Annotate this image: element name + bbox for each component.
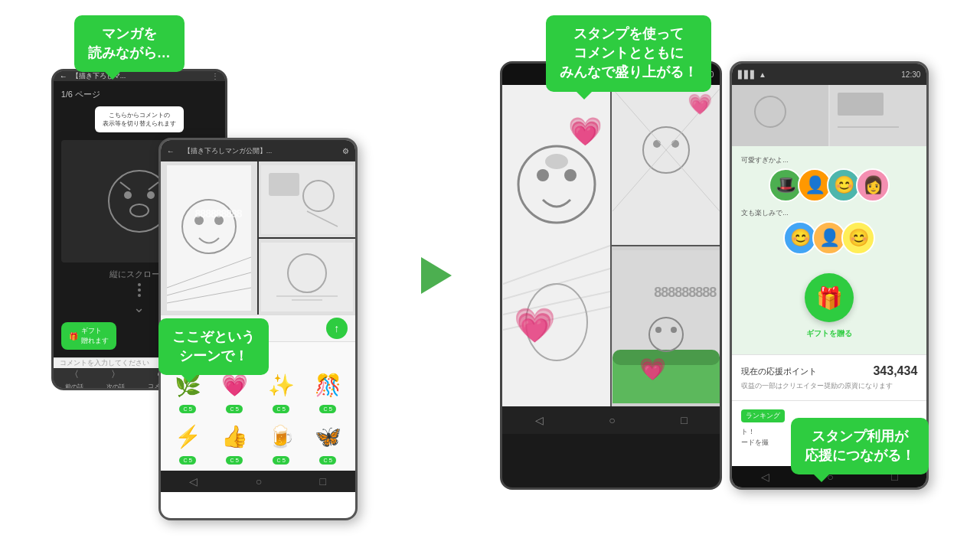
svg-rect-14: [269, 173, 299, 196]
stamp-beer-img: 🍺: [263, 418, 299, 455]
stamp-price-1: C5: [179, 405, 196, 413]
gift-big-label: ギフトを贈る: [806, 328, 852, 339]
send-icon: ↑: [334, 322, 339, 334]
stamp-price-5: C5: [179, 456, 196, 465]
points-note: 収益の一部はクリエイター奨励の原資になります: [741, 381, 917, 391]
comment-tooltip: こちらからコメントの 表示等を切り替えられます: [95, 106, 184, 132]
manga-panel-bottom-right-2: 💗 888888888: [612, 246, 720, 406]
back-arrow-icon: ←: [60, 72, 67, 80]
stamp-item-6[interactable]: 👍 C5: [214, 418, 256, 465]
rf-status: ▋▋▋ ▲: [738, 70, 766, 79]
front-sys-home: ○: [256, 475, 262, 487]
svg-point-1: [124, 191, 132, 199]
callout-bottom-right-text: スタンプ利用が 応援につながる！: [805, 429, 915, 463]
callout-top-right-text: スタンプを使って コメントとともに みんなで盛り上がる！: [560, 26, 697, 80]
support-avatars: 🎩 👤 😊 👩: [769, 168, 890, 202]
ranking-badge: ランキング: [741, 409, 785, 422]
nav-next[interactable]: 〉 次の話: [106, 368, 125, 390]
nav-prev[interactable]: 〈 前の話: [65, 368, 83, 390]
gift-big-button[interactable]: 🎁: [805, 273, 854, 322]
callout-top-left: マンガを 読みながら…: [74, 15, 185, 72]
stamp-item-8[interactable]: 🦋 C5: [307, 418, 349, 465]
support-points-row: 現在の応援ポイント 343,434: [741, 364, 917, 378]
stamp-price-7: C5: [273, 456, 289, 465]
rback-back-icon: ◁: [535, 414, 544, 426]
main-container: マンガを 読みながら… ← 【描き下ろしマ... ⋮ 1/6 ページ こちらから…: [0, 0, 980, 551]
nav-next-label: 次の話: [106, 383, 125, 390]
pixel-heart-stamp: 💗: [514, 305, 556, 345]
support-points-section: 現在の応援ポイント 343,434 収益の一部はクリエイター奨励の原資になります: [732, 354, 926, 400]
manga-panel-bottom-right: [259, 239, 355, 315]
left-section: マンガを 読みながら… ← 【描き下ろしマ... ⋮ 1/6 ページ こちらから…: [51, 15, 373, 536]
stamp-lightning-img: ⚡: [169, 418, 206, 455]
stamp-price-3: C5: [273, 405, 289, 413]
points-value: 343,434: [873, 364, 917, 378]
stamp-price-4: C5: [319, 405, 336, 413]
coin-c: C: [183, 406, 187, 412]
phone-front-manga: 888888888: [161, 161, 355, 315]
svg-rect-49: [838, 93, 884, 116]
svg-point-34: [671, 140, 679, 148]
manga-panel-large: 888888888: [161, 161, 257, 315]
svg-rect-6: [167, 165, 251, 311]
manga-panel-tr-svg: [261, 165, 353, 234]
gift-label: ギフト 贈れます: [81, 326, 109, 346]
nav-prev-label: 前の話: [65, 383, 83, 390]
phone-right-nav: ◁ ○ □: [502, 406, 720, 434]
scroll-dot-1: [138, 283, 141, 286]
send-button[interactable]: ↑: [326, 318, 348, 339]
stamp-item-3[interactable]: ✨ C5: [260, 367, 302, 413]
heart-stamp-1: 💗: [568, 116, 603, 148]
points-label: 現在の応援ポイント: [741, 366, 817, 377]
stamp-item-5[interactable]: ⚡ C5: [167, 418, 209, 465]
support-section: 可愛すぎかよ... 🎩 👤 😊 👩 文も楽しみで...: [732, 146, 926, 354]
svg-text:💗: 💗: [639, 357, 666, 382]
manga-full-display: 💗 💗: [502, 85, 720, 406]
nav-prev-icon: 〈: [70, 368, 79, 381]
rf-manga-panel-right: [830, 85, 926, 146]
rf-sys-back: ◁: [761, 471, 769, 483]
arrow-section: [413, 257, 459, 294]
avatar-4: 👩: [856, 168, 890, 202]
arrow-right-icon: [421, 257, 452, 294]
stamp-price-2: C5: [226, 405, 243, 413]
scroll-dot-2: [138, 289, 141, 292]
phone-rf-manga-top: [732, 85, 926, 146]
rback-home-icon: ○: [609, 414, 615, 426]
front-sys-back: ◁: [189, 475, 198, 487]
callout-middle-left: ここぞという シーンで！: [158, 318, 269, 375]
support-label-1: 可愛すぎかよ...: [741, 155, 789, 165]
phone-front-topbar: ← 【描き下ろしマンガ公開】... ⚙: [161, 140, 355, 161]
heart-stamp-2: 💗: [688, 93, 712, 116]
manga-panel-grid: 888888888: [161, 161, 355, 315]
front-back-arrow: ←: [167, 147, 175, 155]
avatar-group-4: 👩: [861, 168, 890, 202]
stamp-item-4[interactable]: 🎊 C5: [307, 367, 349, 413]
comment-placeholder-back: コメントを入力してください: [60, 358, 149, 368]
scroll-arrow-icon: ⌄: [133, 299, 145, 316]
manga-panel-top-right-2: 💗: [612, 85, 720, 245]
rback-recents-icon: □: [681, 414, 687, 426]
page-indicator: 1/6 ページ: [61, 89, 100, 100]
callout-middle-text: ここぞという シーンで！: [172, 329, 255, 364]
svg-point-2: [147, 191, 155, 199]
manga-br2-svg: 💗: [612, 250, 720, 403]
stamp-item-7[interactable]: 🍺 C5: [260, 418, 302, 465]
manga-panel-svg-left: [167, 165, 251, 311]
svg-rect-17: [261, 243, 353, 311]
nav-next-icon: 〉: [111, 368, 120, 381]
stamp-price-8: C5: [319, 456, 336, 465]
svg-point-25: [545, 154, 568, 169]
gift-big-icon: 🎁: [816, 285, 843, 311]
svg-point-33: [653, 140, 661, 148]
manga-panel-tall: 💗 💗: [502, 85, 610, 406]
phone-front-sysbar: ◁ ○ □: [161, 471, 355, 492]
callout-top-left-text: マンガを 読みながら…: [88, 26, 171, 60]
gift-button[interactable]: 🎁 ギフト 贈れます: [61, 322, 116, 350]
callout-bottom-right: スタンプ利用が 応援につながる！: [791, 418, 929, 474]
phone-right-back: ▋▋▋ ▲ 12:30: [500, 61, 722, 490]
svg-point-3: [130, 204, 149, 217]
svg-point-24: [564, 169, 577, 181]
phone-back-topbar: ← 【描き下ろしマ... ⋮: [54, 71, 225, 81]
front-title: 【描き下ろしマンガ公開】...: [184, 146, 336, 156]
